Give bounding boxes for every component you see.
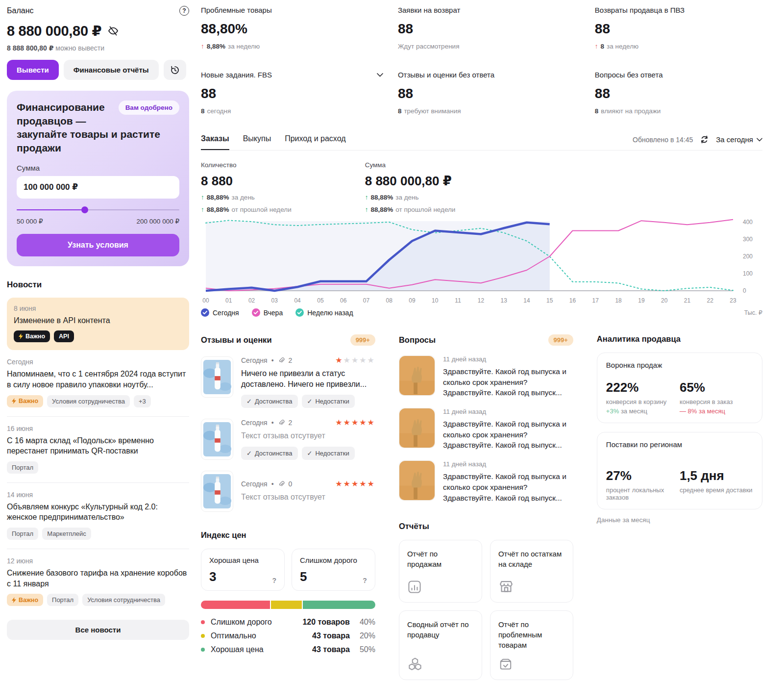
paperclip-icon xyxy=(278,480,285,487)
balance-help-button[interactable]: ? xyxy=(179,6,189,16)
check-circle-icon xyxy=(252,308,260,317)
pros-chip[interactable]: ✓Достоинства xyxy=(241,395,298,408)
svg-text:200: 200 xyxy=(743,253,753,260)
stat-reviews-unanswered[interactable]: Отзывы и оценки без ответа 88 8требуют в… xyxy=(398,71,580,115)
dot-separator: • xyxy=(271,480,274,488)
cons-chip[interactable]: ✓Недостатки xyxy=(302,395,355,408)
bar-segment-optimal xyxy=(271,601,302,609)
trend-up-icon: ↑ xyxy=(201,206,204,213)
question-item[interactable]: 11 дней назад Здравствуйте. Какой год вы… xyxy=(399,355,573,398)
regional-supplies-card[interactable]: Поставки по регионам 27% процент локальн… xyxy=(597,432,762,509)
legend-yesterday[interactable]: Вчера xyxy=(252,308,283,317)
financial-reports-button[interactable]: Финансовые отчёты xyxy=(64,60,159,80)
good-price-card[interactable]: Хорошая цена 3 ? xyxy=(201,549,285,591)
regions-metric-delivery: 1,5 дня среднее время доставки xyxy=(680,468,753,501)
balance-title: Баланс xyxy=(7,6,33,15)
badge-tag: Маркетплейс xyxy=(42,528,91,540)
help-icon[interactable]: ? xyxy=(363,577,367,584)
star-icon: ★ xyxy=(368,480,375,488)
badge-tag: Портал xyxy=(7,528,38,540)
stat-questions-unanswered[interactable]: Вопросы без ответа 88 8влияют на продажи xyxy=(595,71,762,115)
star-icon: ★ xyxy=(335,418,343,427)
regions-metric-local: 27% процент локальных заказов xyxy=(606,468,680,501)
news-date: Сегодня xyxy=(7,358,189,366)
too-expensive-card[interactable]: Слишком дорого 5 ? xyxy=(292,549,375,591)
orders-chart-wrap: 0001020304050607080910111213141516171819… xyxy=(201,216,762,317)
legend-today[interactable]: Сегодня xyxy=(201,308,239,317)
approved-badge: Вам одобрено xyxy=(119,101,179,115)
question-item[interactable]: 11 дней назад Здравствуйте. Какой год вы… xyxy=(399,460,573,503)
svg-text:02: 02 xyxy=(248,297,255,304)
news-item-title: Снижение базового тарифа на хранение кор… xyxy=(7,568,189,589)
stat-return-requests[interactable]: Заявки на возврат 88 Ждут рассмотрения xyxy=(398,6,580,50)
amount-label: Сумма xyxy=(17,164,179,172)
news-item[interactable]: 12 июня Снижение базового тарифа на хран… xyxy=(7,549,189,615)
check-icon: ✓ xyxy=(307,398,313,405)
review-item[interactable]: Сегодня • 2 ★★★★★ Ничего не привезли а с… xyxy=(201,356,375,408)
legend-row: Слишком дорого 120 товаров 40% xyxy=(201,618,375,627)
help-icon[interactable]: ? xyxy=(272,577,276,584)
legend-week-ago[interactable]: Неделю назад xyxy=(295,308,353,317)
star-icon: ★ xyxy=(343,480,351,488)
period-selector[interactable]: За сегодня xyxy=(716,135,762,144)
refresh-button[interactable] xyxy=(700,135,709,144)
badge-tag: Портал xyxy=(47,594,78,606)
stat-problem-goods[interactable]: Проблемные товары 88,80% ↑8,88%за неделю xyxy=(201,6,383,50)
svg-text:08: 08 xyxy=(386,297,393,304)
star-icon: ★ xyxy=(343,418,351,427)
svg-text:13: 13 xyxy=(501,297,508,304)
bottom-grid: Отзывы и оценки 999+ Сегодня • xyxy=(201,334,762,680)
svg-text:06: 06 xyxy=(340,297,347,304)
reviews-count-badge[interactable]: 999+ xyxy=(350,334,375,346)
withdraw-button[interactable]: Вывести xyxy=(7,60,59,80)
amount-slider[interactable] xyxy=(17,206,179,213)
star-rating: ★★★★★ xyxy=(335,480,375,488)
question-item[interactable]: 11 дней назад Здравствуйте. Какой год вы… xyxy=(399,408,573,451)
questions-count-badge[interactable]: 999+ xyxy=(548,334,573,346)
news-item-title: Объявляем конкурс «Культурный код 2.0: ж… xyxy=(7,502,189,523)
slider-min-label: 50 000 ₽ xyxy=(17,217,43,225)
sales-funnel-card[interactable]: Воронка продаж 222% конверсия в корзину … xyxy=(597,353,762,423)
question-text: Здравствуйте. Какой год выпуска и скольк… xyxy=(443,471,573,503)
bar-chart-icon xyxy=(407,580,422,594)
cons-chip[interactable]: ✓Недостатки xyxy=(302,447,355,460)
badge-tag: Портал xyxy=(7,461,38,474)
analytics-column: Аналитика продавца Воронка продаж 222% к… xyxy=(597,334,762,680)
history-button[interactable] xyxy=(164,60,186,80)
tab-income-expense[interactable]: Приход и расход xyxy=(285,134,345,150)
star-rating: ★★★★★ xyxy=(335,419,375,427)
metric-quantity: Количество 8 880 ↑88,88%за день ↑88,88%о… xyxy=(201,161,292,213)
stat-seller-returns[interactable]: Возвраты продавца в ПВЗ 88 ↑8за неделю xyxy=(595,6,762,50)
svg-text:10: 10 xyxy=(432,297,439,304)
review-item[interactable]: Сегодня • 2 ★★★★★ Текст отзыва отсутвует… xyxy=(201,419,375,460)
report-problem-goods[interactable]: Отчёт по проблемным товарам xyxy=(490,610,573,680)
balance-value: 8 880 000,80 ₽ xyxy=(7,23,101,39)
report-seller-summary[interactable]: Сводный отчёт по продавцу xyxy=(399,610,482,680)
tab-buyouts[interactable]: Выкупы xyxy=(243,134,271,150)
news-item[interactable]: 14 июня Объявляем конкурс «Культурный ко… xyxy=(7,482,189,549)
eye-slash-icon[interactable] xyxy=(107,25,119,37)
star-icon: ★ xyxy=(351,418,359,427)
stat-new-tasks-fbs[interactable]: Новые задания. FBS 88 8сегодня xyxy=(201,71,383,115)
news-item[interactable]: Сегодня Напоминаем, что с 1 сентября 202… xyxy=(7,350,189,416)
price-index-legend: Слишком дорого 120 товаров 40% Оптимальн… xyxy=(201,618,375,654)
report-sales[interactable]: Отчёт по продажам xyxy=(399,540,482,603)
chevron-down-icon[interactable] xyxy=(377,73,383,77)
check-icon: ✓ xyxy=(246,398,252,405)
pros-chip[interactable]: ✓Достоинства xyxy=(241,447,298,460)
tab-orders[interactable]: Заказы xyxy=(201,134,229,150)
learn-conditions-button[interactable]: Узнать условия xyxy=(17,234,179,256)
news-item-highlighted[interactable]: 8 июня Изменение в API контента Важно AP… xyxy=(7,298,189,351)
check-icon: ✓ xyxy=(246,450,252,457)
chevron-down-icon xyxy=(757,138,762,142)
trend-up-icon: ↑ xyxy=(595,43,598,50)
slider-thumb[interactable] xyxy=(81,206,88,213)
check-circle-icon xyxy=(295,308,304,317)
news-item[interactable]: 16 июня С 16 марта склад «Подольск» врем… xyxy=(7,416,189,482)
amount-input[interactable] xyxy=(17,176,179,199)
trend-up-icon: ↑ xyxy=(201,194,204,201)
lightning-icon xyxy=(12,597,16,603)
report-stock[interactable]: Отчёт по остаткам на складе xyxy=(490,540,573,603)
all-news-button[interactable]: Все новости xyxy=(7,620,189,640)
review-item[interactable]: Сегодня • 0 ★★★★★ Текст отзыва отсутвует xyxy=(201,471,375,512)
